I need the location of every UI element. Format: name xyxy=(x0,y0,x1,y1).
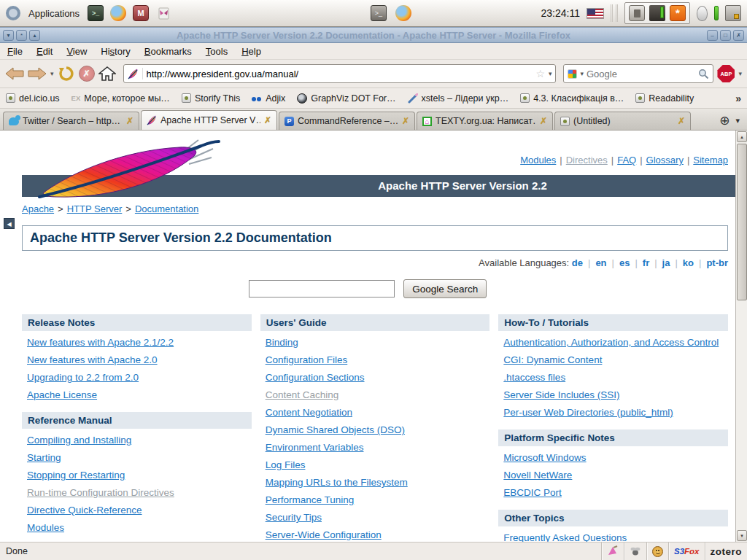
sidebar-toggle-button[interactable]: ◀ xyxy=(4,218,15,229)
doc-link[interactable]: .htaccess files xyxy=(503,372,728,384)
list-all-tabs-icon[interactable]: ▾ xyxy=(735,116,740,125)
doc-link[interactable]: Microsoft Windows xyxy=(503,452,728,464)
bookmark-item[interactable]: Adjix xyxy=(252,93,285,104)
greasemonkey-icon[interactable] xyxy=(646,542,668,560)
bookmark-item[interactable]: 4.3. Класифікація в… xyxy=(520,93,624,104)
abp-dropdown-icon[interactable]: ▾ xyxy=(738,70,742,77)
site-search-input[interactable] xyxy=(249,280,395,298)
menu-file[interactable]: File xyxy=(7,46,23,57)
doc-link[interactable]: Environment Variables xyxy=(266,442,490,454)
url-input[interactable] xyxy=(147,69,533,79)
bookmark-item[interactable]: del.icio.us xyxy=(6,93,60,104)
lang-de[interactable]: de xyxy=(572,257,583,268)
doc-link[interactable]: Multi-Processing Modules (MPMs) xyxy=(27,540,252,542)
doc-link[interactable]: Binding xyxy=(266,337,490,349)
updates-icon[interactable]: * xyxy=(670,5,686,21)
doc-link[interactable]: Mapping URLs to the Filesystem xyxy=(266,477,490,489)
home-button[interactable] xyxy=(98,63,116,85)
doc-link[interactable]: Server Side Includes (SSI) xyxy=(503,389,728,401)
menu-history[interactable]: History xyxy=(101,46,130,57)
doc-link[interactable]: Server-Wide Configuration xyxy=(266,529,490,541)
applications-menu[interactable]: Applications xyxy=(27,8,81,19)
new-tab-icon[interactable]: ⊕ xyxy=(719,114,729,127)
breadcrumb-documentation[interactable]: Documentation xyxy=(135,203,198,214)
zotero-statusbar-button[interactable]: zotero xyxy=(705,542,747,560)
bookmark-item[interactable]: Storify This xyxy=(182,93,240,104)
doc-link[interactable]: Security Tips xyxy=(266,512,490,524)
magnifier-icon[interactable] xyxy=(698,69,709,79)
window-pin-button[interactable]: * xyxy=(16,30,27,41)
url-dropdown-icon[interactable]: ▾ xyxy=(549,70,552,77)
bookmark-item[interactable]: xstels – Лідери укр… xyxy=(408,93,509,104)
doc-link[interactable]: Upgrading to 2.2 from 2.0 xyxy=(27,372,252,384)
forward-button[interactable] xyxy=(28,63,47,85)
lang-es[interactable]: es xyxy=(619,257,630,268)
tab-close-icon[interactable]: ✗ xyxy=(678,116,685,126)
tab-apache-docs[interactable]: Apache HTTP Server V… ✗ xyxy=(141,110,277,130)
screen-lock-icon[interactable] xyxy=(725,5,741,21)
stop-button[interactable]: ✗ xyxy=(79,63,95,85)
fly-extension-icon[interactable] xyxy=(624,542,646,560)
doc-link[interactable]: Authentication, Authorization, and Acces… xyxy=(503,337,728,349)
doc-link[interactable]: Run-time Configuration Directives xyxy=(27,487,252,499)
breadcrumb-apache[interactable]: Apache xyxy=(22,203,54,214)
lang-ja[interactable]: ja xyxy=(662,257,670,268)
doc-link[interactable]: Compiling and Installing xyxy=(27,435,252,446)
url-bar[interactable]: ☆ ▾ xyxy=(123,64,557,83)
doc-link[interactable]: New features with Apache 2.0 xyxy=(27,354,252,366)
menu-tools[interactable]: Tools xyxy=(206,46,228,57)
s3fox-statusbar-button[interactable]: S3Fox xyxy=(668,542,705,560)
doc-link[interactable]: Per-user Web Directories (public_html) xyxy=(503,407,728,419)
engine-dropdown-icon[interactable]: ▾ xyxy=(580,70,584,77)
google-engine-icon[interactable] xyxy=(568,69,577,79)
butterfly-launcher-icon[interactable] xyxy=(155,5,171,21)
window-shade-button[interactable]: ▴ xyxy=(29,30,40,41)
keyboard-layout-flag-icon[interactable] xyxy=(587,8,604,19)
mail-launcher-icon[interactable]: M xyxy=(133,5,149,21)
firefox-launcher-icon[interactable] xyxy=(110,5,126,21)
tab-close-icon[interactable]: ✗ xyxy=(540,116,547,126)
doc-link[interactable]: Dynamic Shared Objects (DSO) xyxy=(266,424,490,436)
doc-link[interactable]: EBCDIC Port xyxy=(503,487,728,499)
power-manager-icon[interactable] xyxy=(629,5,645,21)
maximize-button[interactable]: □ xyxy=(720,30,731,41)
menu-help[interactable]: Help xyxy=(241,46,261,57)
bookmark-star-icon[interactable]: ☆ xyxy=(535,68,545,79)
tab-close-icon[interactable]: ✗ xyxy=(402,116,409,126)
bookmark-item[interactable]: GraphViz DOT For… xyxy=(297,93,395,104)
search-bar[interactable]: ▾ xyxy=(563,64,713,83)
adblock-plus-icon[interactable]: ABP xyxy=(717,65,735,82)
link-sitemap[interactable]: Sitemap xyxy=(693,155,728,166)
window-menu-button[interactable]: ▾ xyxy=(3,30,14,41)
lang-en[interactable]: en xyxy=(595,257,606,268)
web-search-input[interactable] xyxy=(587,69,695,79)
link-directives[interactable]: Directives xyxy=(566,155,608,166)
tab-close-icon[interactable]: ✗ xyxy=(126,116,133,126)
menu-view[interactable]: View xyxy=(66,46,87,57)
doc-link[interactable]: Apache License xyxy=(27,389,252,401)
vertical-scrollbar[interactable]: ▴ ▾ xyxy=(735,131,747,542)
doc-link[interactable]: Log Files xyxy=(266,459,490,471)
doc-link[interactable]: Performance Tuning xyxy=(266,494,490,506)
bookmark-item[interactable]: Readability xyxy=(635,93,694,104)
lang-fr[interactable]: fr xyxy=(643,257,649,268)
printer-status-icon[interactable] xyxy=(649,5,665,21)
history-dropdown-icon[interactable]: ▾ xyxy=(50,70,54,77)
link-glossary[interactable]: Glossary xyxy=(646,155,684,166)
tab-close-icon[interactable]: ✗ xyxy=(264,115,271,125)
tab-untitled[interactable]: (Untitled) ✗ xyxy=(554,112,691,130)
tab-commandreference[interactable]: P CommandReference –… ✗ xyxy=(279,112,415,130)
link-faq[interactable]: FAQ xyxy=(617,155,636,166)
scroll-up-icon[interactable]: ▴ xyxy=(737,131,747,142)
doc-link[interactable]: Content Negotiation xyxy=(266,407,490,419)
lang-ko[interactable]: ko xyxy=(683,257,694,268)
menu-edit[interactable]: Edit xyxy=(36,46,53,57)
doc-link[interactable]: New features with Apache 2.1/2.2 xyxy=(27,337,252,349)
lang-pt-br[interactable]: pt-br xyxy=(706,257,728,268)
bookmark-item[interactable]: EXМоре, которое мы… xyxy=(71,93,170,104)
doc-link[interactable]: Starting xyxy=(27,452,252,464)
doc-link[interactable]: Frequently Asked Questions xyxy=(503,532,728,542)
terminal-task-icon[interactable]: >_ xyxy=(371,5,387,21)
back-button[interactable] xyxy=(5,63,24,85)
duster-extension-icon[interactable] xyxy=(601,542,624,560)
